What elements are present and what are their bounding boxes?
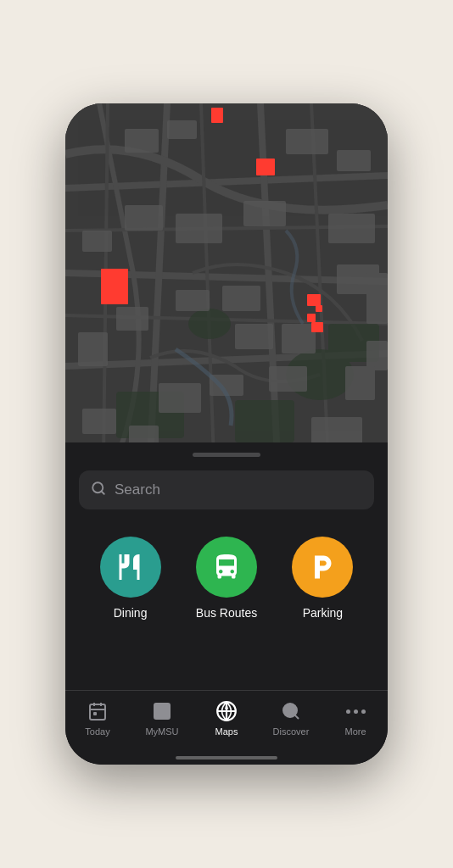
bus-routes-button[interactable]: Bus Routes [196,537,257,620]
tab-maps[interactable]: Maps [194,699,259,737]
svg-rect-45 [307,314,316,322]
search-container: Search [65,464,388,523]
svg-rect-55 [154,704,170,719]
svg-rect-15 [235,400,294,442]
svg-rect-27 [116,307,148,331]
svg-point-63 [283,704,297,717]
maps-tab-icon [215,699,238,723]
tab-mymsu[interactable]: MyMSU [130,699,194,737]
svg-rect-25 [176,290,210,311]
bus-icon [211,552,242,582]
svg-rect-16 [125,129,159,153]
tab-discover[interactable]: Discover [259,699,323,737]
svg-rect-38 [235,324,273,349]
svg-rect-36 [366,273,388,324]
svg-rect-24 [328,214,375,243]
drag-handle-container [65,442,388,464]
svg-rect-20 [125,205,163,231]
parking-button[interactable]: Parking [292,537,353,620]
svg-rect-26 [222,286,260,311]
parking-icon-circle [292,537,353,598]
categories-container: Dining Bus Routes Parking [65,523,388,637]
svg-rect-37 [78,332,108,366]
svg-rect-50 [90,704,105,720]
tab-more[interactable]: More [323,699,388,737]
svg-rect-23 [243,201,286,226]
more-tab-label: More [344,726,366,737]
dining-button[interactable]: Dining [100,537,161,620]
svg-line-49 [101,491,103,493]
drag-handle [193,453,260,457]
svg-rect-43 [101,269,128,304]
map-canvas [65,103,388,459]
bus-routes-label: Bus Routes [196,606,257,620]
phone-frame: Search Dining Bus [65,103,388,765]
svg-rect-17 [167,120,197,139]
svg-rect-40 [345,366,375,400]
svg-rect-42 [256,159,275,175]
discover-tab-label: Discover [273,726,310,737]
svg-point-13 [188,309,231,339]
today-tab-icon [86,699,109,723]
mymsu-tab-label: MyMSU [145,726,178,737]
map-area[interactable] [65,103,388,459]
bus-icon-circle [196,537,257,598]
svg-rect-21 [82,231,112,252]
svg-rect-47 [311,322,323,332]
svg-rect-39 [282,324,316,353]
mymsu-tab-icon [150,699,174,723]
svg-rect-29 [269,366,307,392]
svg-line-64 [295,715,299,719]
search-bar[interactable]: Search [79,470,374,509]
parking-icon [307,552,338,582]
svg-rect-18 [286,129,328,154]
svg-rect-19 [337,150,371,171]
svg-rect-54 [93,712,97,715]
search-icon [91,481,106,499]
svg-rect-46 [316,305,322,312]
discover-tab-icon [279,699,303,723]
svg-rect-30 [159,383,201,413]
dining-label: Dining [114,606,148,620]
search-placeholder-text: Search [115,481,160,498]
svg-rect-32 [82,409,116,434]
svg-rect-35 [366,341,388,370]
tab-today[interactable]: Today [65,699,130,737]
today-tab-label: Today [85,726,109,737]
svg-rect-22 [176,214,222,243]
svg-rect-41 [211,108,223,123]
more-tab-icon [344,699,367,723]
more-dots-icon [346,709,366,714]
home-indicator [176,756,277,760]
parking-label: Parking [303,606,343,620]
svg-rect-44 [307,294,321,306]
maps-tab-label: Maps [215,726,238,737]
tab-bar: Today MyMSU [65,690,388,765]
fork-knife-icon [115,552,146,582]
dining-icon-circle [100,537,161,598]
